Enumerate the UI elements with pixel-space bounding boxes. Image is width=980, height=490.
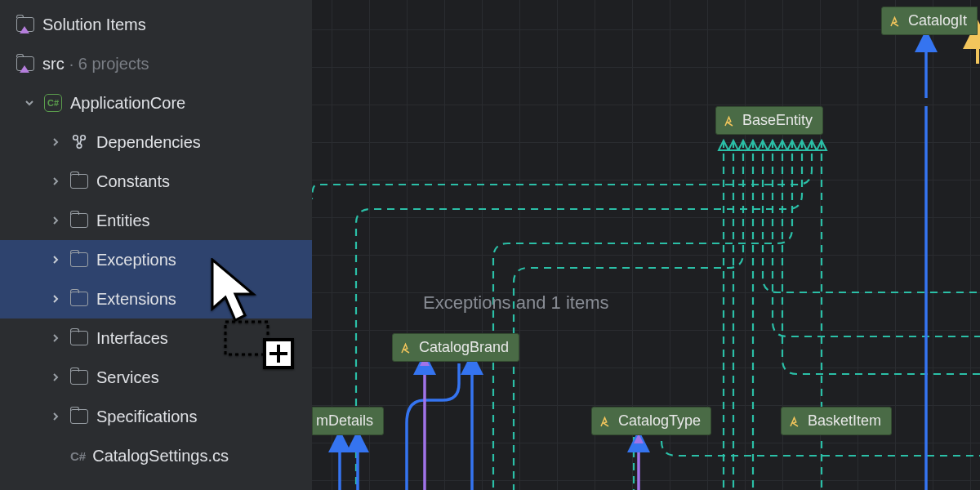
diagram-node-basket-item[interactable]: BasketItem (781, 407, 892, 435)
tree-item-specifications[interactable]: Specifications (0, 397, 312, 436)
diagram-node-catalog-brand[interactable]: CatalogBrand (392, 333, 519, 362)
node-label: BaseEntity (742, 112, 813, 129)
tree-label: ApplicationCore (70, 94, 185, 113)
tree-label: Entities (96, 212, 150, 230)
solution-folder-icon (16, 16, 34, 33)
folder-icon (70, 172, 88, 190)
chevron-right-icon (49, 371, 62, 384)
folder-icon (70, 251, 88, 269)
node-label: mDetails (316, 412, 373, 430)
node-label: CatalogType (618, 412, 701, 430)
tree-item-dependencies[interactable]: Dependencies (0, 122, 312, 162)
csharp-project-icon: C# (44, 94, 62, 112)
svg-point-2 (77, 144, 82, 149)
tree-label: CatalogSettings.cs (92, 447, 229, 466)
chevron-right-icon (49, 214, 62, 227)
diagram-node-m-details[interactable]: mDetails (312, 407, 384, 435)
folder-icon (70, 368, 88, 386)
class-icon (723, 114, 737, 128)
folder-icon (70, 212, 88, 229)
drag-tooltip: Exceptions and 1 items (423, 292, 608, 314)
solution-folder-icon (16, 55, 34, 73)
tree-item-entities[interactable]: Entities (0, 201, 312, 240)
tree-label: Constants (96, 172, 170, 191)
tree-label: Dependencies (96, 133, 201, 152)
drag-cursor (211, 258, 301, 376)
tree-item-solution-items[interactable]: Solution Items (0, 5, 312, 44)
tree-label: Solution Items (42, 16, 146, 34)
chevron-right-icon (49, 253, 62, 266)
folder-icon (70, 329, 88, 347)
tree-item-constants[interactable]: Constants (0, 162, 312, 201)
class-icon (788, 414, 803, 429)
chevron-down-icon (23, 96, 36, 109)
solution-explorer: Solution Items src · 6 projects C# Appli… (0, 0, 312, 490)
chevron-right-icon (49, 410, 62, 423)
folder-icon (70, 290, 88, 308)
folder-icon (70, 408, 88, 425)
tree-hint: · 6 projects (69, 55, 149, 74)
tree-label: Extensions (96, 290, 176, 309)
chevron-right-icon (49, 332, 62, 345)
diagram-node-base-entity[interactable]: BaseEntity (715, 106, 823, 135)
tree-label: Interfaces (96, 329, 168, 348)
diagram-canvas[interactable]: BaseEntity CatalogIt CatalogBrand Catalo… (312, 0, 980, 490)
svg-rect-3 (225, 322, 268, 354)
class-icon (399, 341, 414, 355)
diagram-node-catalog-type[interactable]: CatalogType (591, 407, 711, 435)
diagram-node-catalog-it[interactable]: CatalogIt (881, 7, 978, 35)
tree-label: src (42, 55, 65, 74)
chevron-right-icon (49, 136, 62, 149)
class-icon (889, 14, 903, 29)
class-icon (599, 414, 613, 429)
node-label: BasketItem (808, 412, 881, 430)
tree-item-catalog-settings[interactable]: C# CatalogSettings.cs (0, 436, 312, 475)
chevron-right-icon (49, 292, 62, 305)
tree-item-application-core[interactable]: C# ApplicationCore (0, 83, 312, 122)
csharp-file-icon: C# (70, 449, 86, 463)
tree-label: Services (96, 368, 159, 387)
node-label: CatalogIt (908, 12, 967, 29)
tree-label: Specifications (96, 408, 197, 426)
dependencies-icon (70, 133, 88, 151)
tree-item-src[interactable]: src · 6 projects (0, 44, 312, 83)
node-label: CatalogBrand (419, 339, 509, 356)
chevron-right-icon (49, 175, 62, 188)
tree-label: Exceptions (96, 251, 176, 270)
